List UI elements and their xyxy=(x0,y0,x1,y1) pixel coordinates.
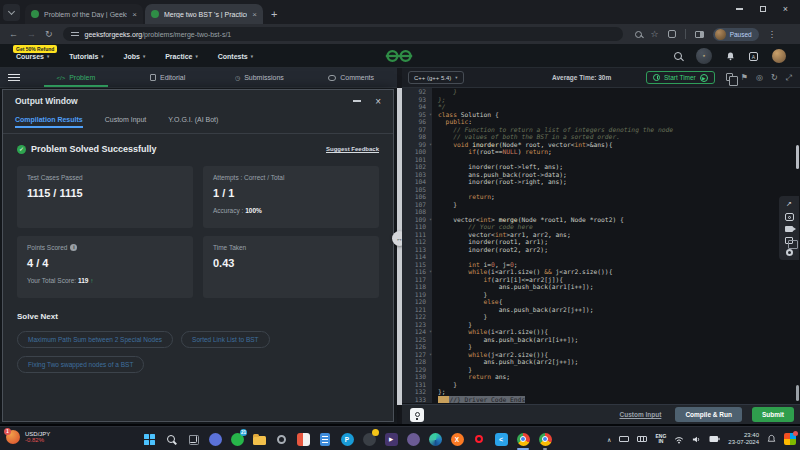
office-app-icon[interactable] xyxy=(292,428,314,450)
menu-kebab-icon[interactable]: ⋮ xyxy=(768,30,776,39)
info-icon[interactable]: i xyxy=(70,244,77,251)
close-tab-icon[interactable]: × xyxy=(132,10,137,19)
nav-item-courses[interactable]: Courses▾ xyxy=(16,53,49,60)
site-info-icon[interactable] xyxy=(71,31,79,38)
scrollbar-thumb[interactable] xyxy=(796,145,799,169)
browser-tab-problem-of-the-day[interactable]: Problem of the Day | Geeksfor × xyxy=(25,4,143,24)
close-icon[interactable]: × xyxy=(375,96,381,107)
wifi-icon[interactable] xyxy=(674,435,684,444)
paypal-icon[interactable]: P xyxy=(336,428,358,450)
start-icon[interactable] xyxy=(138,428,160,450)
gear-icon[interactable] xyxy=(786,249,793,256)
custom-input-link[interactable]: Custom Input xyxy=(619,411,661,418)
bookmark-star-icon[interactable]: ☆ xyxy=(651,30,659,39)
output-tab-custom-input[interactable]: Custom Input xyxy=(105,116,147,128)
gfg-logo[interactable] xyxy=(383,48,415,68)
battery-icon[interactable] xyxy=(709,435,720,443)
forward-icon[interactable]: → xyxy=(27,29,36,39)
output-tab-y-o-g-i-ai-bot[interactable]: Y.O.G.I. (AI Bot) xyxy=(168,116,218,128)
language-select[interactable]: C++ (g++ 5.4)▾ xyxy=(408,71,464,84)
fold-icon[interactable]: ▾ xyxy=(429,216,432,224)
tab-problem[interactable]: </​>Problem xyxy=(30,68,122,87)
solve-next-chip[interactable]: Sorted Link List to BST xyxy=(181,331,269,348)
refresh-icon[interactable]: ↻ xyxy=(771,73,778,82)
whatsapp-icon[interactable]: 21 xyxy=(226,428,248,450)
fold-icon[interactable]: ▾ xyxy=(429,268,432,276)
window-capture-icon[interactable] xyxy=(785,237,793,244)
file-explorer-icon[interactable] xyxy=(248,428,270,450)
tab-submissions[interactable]: ◷Submissions xyxy=(214,68,306,87)
record-icon[interactable] xyxy=(785,226,793,232)
side-panel-icon[interactable] xyxy=(695,31,704,38)
close-tab-icon[interactable]: × xyxy=(252,10,257,19)
nav-item-contests[interactable]: Contests▾ xyxy=(218,53,253,60)
reset-icon[interactable]: ◎ xyxy=(756,73,763,82)
submit-button[interactable]: Submit xyxy=(752,407,794,422)
keyboard-icon[interactable] xyxy=(637,436,647,442)
notification-bell-icon[interactable] xyxy=(767,434,776,444)
output-tab-compilation-results[interactable]: Compilation Results xyxy=(15,116,83,128)
fold-icon[interactable]: ▾ xyxy=(429,351,432,359)
minimize-icon[interactable] xyxy=(353,100,361,101)
screenshot-icon[interactable] xyxy=(785,213,794,221)
widgets-button[interactable]: 1 USD/JPY -0.82% xyxy=(6,430,50,444)
solve-next-chip[interactable]: Fixing Two swapped nodes of a BST xyxy=(17,356,144,373)
chevron-up-icon[interactable]: ∧ xyxy=(607,436,611,443)
settings-icon[interactable] xyxy=(270,428,292,450)
bell-icon[interactable] xyxy=(726,51,735,61)
user-avatar[interactable] xyxy=(772,49,786,63)
fold-icon[interactable]: ▾ xyxy=(429,141,432,149)
nav-item-tutorials[interactable]: Tutorials▾ xyxy=(69,53,103,60)
chat-icon[interactable] xyxy=(204,428,226,450)
hint-bulb-icon[interactable] xyxy=(410,408,424,422)
help-app-icon[interactable] xyxy=(358,428,380,450)
profile-chip[interactable]: Paused xyxy=(713,28,759,41)
search-icon[interactable] xyxy=(674,52,682,60)
device-icon[interactable] xyxy=(619,436,629,442)
code-area[interactable]: 92 }93};94*/95▾class Solution {96 public… xyxy=(402,88,800,404)
solve-next-chip[interactable]: Maximum Path Sum between 2 Special Nodes xyxy=(17,331,173,348)
back-icon[interactable]: ← xyxy=(9,29,18,39)
tab-comments[interactable]: Comments xyxy=(305,68,397,87)
fullscreen-icon[interactable]: ⤢ xyxy=(786,73,792,82)
search-icon[interactable] xyxy=(160,428,182,450)
suggest-feedback-link[interactable]: Suggest Feedback xyxy=(326,146,379,152)
vscode-icon[interactable]: < xyxy=(490,428,512,450)
notepad-icon[interactable] xyxy=(314,428,336,450)
chrome-profile2-icon[interactable] xyxy=(534,428,556,450)
translate-icon[interactable]: A xyxy=(749,52,758,61)
compile-run-button[interactable]: Compile & Run xyxy=(675,407,742,422)
tab-editorial[interactable]: Editorial xyxy=(122,68,214,87)
zoom-icon[interactable] xyxy=(635,31,642,38)
hamburger-menu-icon[interactable] xyxy=(8,74,20,82)
address-bar[interactable]: geeksforgeeks.org/problems/merge-two-bst… xyxy=(63,27,623,41)
close-icon[interactable]: × xyxy=(783,5,788,14)
task-view-icon[interactable] xyxy=(182,428,204,450)
nav-item-jobs[interactable]: Jobs▾ xyxy=(124,53,146,60)
fold-icon[interactable]: ▾ xyxy=(429,328,432,336)
tab-search-button[interactable] xyxy=(3,4,20,21)
share-icon[interactable]: ↗ xyxy=(786,200,792,208)
github-desktop-icon[interactable] xyxy=(402,428,424,450)
xampp-icon[interactable]: X xyxy=(446,428,468,450)
start-timer-button[interactable]: Start Timer ▶ xyxy=(646,71,715,84)
media-player-icon[interactable]: ▶ xyxy=(380,428,402,450)
clock[interactable]: 23:4023-07-2024 xyxy=(728,432,759,446)
opera-icon[interactable] xyxy=(468,428,490,450)
copilot-widget-icon[interactable] xyxy=(784,433,796,445)
copy-icon[interactable] xyxy=(726,73,733,81)
premium-icon[interactable]: ⋆ xyxy=(696,48,712,64)
code-editor[interactable]: 92 }93};94*/95▾class Solution {96 public… xyxy=(402,88,800,424)
new-tab-button[interactable]: + xyxy=(271,8,277,20)
chrome-icon[interactable] xyxy=(512,428,534,450)
language-indicator[interactable]: ENGIN xyxy=(655,434,666,445)
reload-icon[interactable]: ↻ xyxy=(45,29,53,39)
nav-item-practice[interactable]: Practice▾ xyxy=(165,53,198,60)
scrollbar-thumb[interactable] xyxy=(796,385,799,401)
extensions-icon[interactable] xyxy=(668,30,676,38)
bookmark-icon[interactable]: ⚑ xyxy=(741,73,748,82)
edge-icon[interactable] xyxy=(424,428,446,450)
maximize-icon[interactable] xyxy=(760,6,766,12)
minimize-icon[interactable] xyxy=(736,8,743,9)
fold-icon[interactable]: ▾ xyxy=(429,111,432,119)
